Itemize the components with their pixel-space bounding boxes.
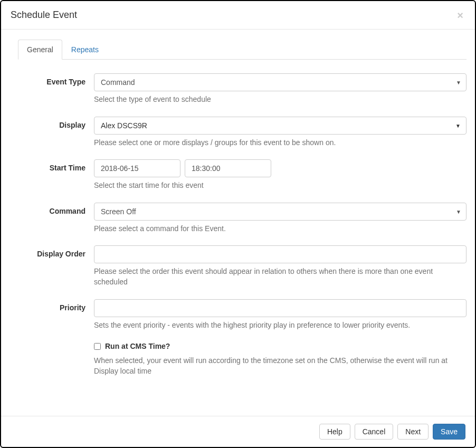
caret-down-icon: ▼ [455,122,461,128]
event-type-label: Event Type [18,73,94,86]
schedule-event-modal: Schedule Event × General Repeats Event T… [0,0,476,448]
start-time-label: Start Time [18,159,94,172]
start-time-row: Start Time Select the start time for thi… [18,159,467,191]
cms-time-help: When selected, your event will run accor… [94,356,467,376]
priority-input[interactable] [94,299,467,317]
next-button[interactable]: Next [397,424,429,440]
display-order-label: Display Order [18,245,94,258]
start-date-input[interactable] [94,159,180,177]
display-row: Display Alex DSCS9R ▼ Please select one … [18,117,467,148]
tab-general[interactable]: General [18,40,62,60]
close-icon[interactable]: × [455,10,465,21]
display-picker[interactable]: Alex DSCS9R ▼ [94,117,467,135]
start-time-help: Select the start time for this event [94,180,467,191]
cms-time-row: Run at CMS Time? When selected, your eve… [18,342,467,376]
priority-row: Priority Sets the event priority - event… [18,299,467,331]
command-label: Command [18,203,94,215]
modal-header: Schedule Event × [1,1,475,30]
modal-footer: Help Cancel Next Save [1,416,475,447]
priority-label: Priority [18,299,94,312]
display-order-row: Display Order Please select the order th… [18,245,467,287]
event-type-select-wrap: Command ▼ [94,73,467,91]
cancel-button[interactable]: Cancel [355,424,394,440]
tabs: General Repeats [18,39,467,60]
help-button[interactable]: Help [319,424,350,440]
save-button[interactable]: Save [433,424,465,440]
tab-repeats[interactable]: Repeats [62,40,108,60]
display-order-input[interactable] [94,245,467,263]
cms-time-label[interactable]: Run at CMS Time? [105,342,170,350]
event-type-help: Select the type of event to schedule [94,94,467,105]
cms-time-checkbox[interactable] [94,343,101,350]
command-help: Please select a command for this Event. [94,224,467,234]
display-order-help: Please select the order this event shoul… [94,266,467,287]
command-select-wrap: Screen Off ▼ [94,203,467,221]
event-type-select[interactable]: Command [94,73,467,91]
start-time-input[interactable] [185,159,271,177]
display-help: Please select one or more displays / gro… [94,138,467,148]
display-picker-value: Alex DSCS9R [101,121,147,130]
modal-title: Schedule Event [11,9,77,21]
command-select[interactable]: Screen Off [94,203,467,221]
event-type-row: Event Type Command ▼ Select the type of … [18,73,467,105]
command-row: Command Screen Off ▼ Please select a com… [18,203,467,234]
display-label: Display [18,117,94,129]
priority-help: Sets the event priority - events with th… [94,320,467,331]
modal-body: General Repeats Event Type Command ▼ Sel… [1,30,475,416]
